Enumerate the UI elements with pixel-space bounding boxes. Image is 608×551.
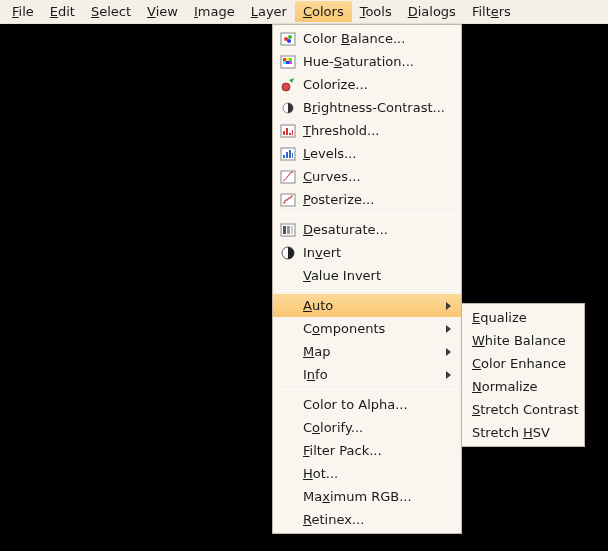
svg-point-3 — [287, 39, 291, 43]
menu-item-label: Retinex... — [303, 512, 451, 527]
menu-item-label: Invert — [303, 245, 451, 260]
menu-item-curves[interactable]: Curves... — [273, 165, 461, 188]
svg-rect-9 — [286, 61, 289, 64]
menu-item-label: Hue-Saturation... — [303, 54, 451, 69]
menu-item-label: Brightness-Contrast... — [303, 100, 451, 115]
svg-rect-14 — [283, 131, 285, 135]
menubar: FileEditSelectViewImageLayerColorsToolsD… — [0, 0, 608, 24]
menu-item-colorize[interactable]: Colorize... — [273, 73, 461, 96]
menu-item-posterize[interactable]: Posterize... — [273, 188, 461, 211]
menu-item-invert[interactable]: Invert — [273, 241, 461, 264]
menu-item-value-invert[interactable]: Value Invert — [273, 264, 461, 287]
submenu-arrow-icon — [446, 371, 451, 379]
svg-rect-16 — [289, 133, 291, 135]
posterize-icon — [279, 191, 297, 209]
menu-item-label: Equalize — [472, 310, 574, 325]
svg-rect-28 — [291, 226, 293, 234]
curves-icon — [279, 168, 297, 186]
menu-item-label: Hot... — [303, 466, 451, 481]
menu-item-desaturate[interactable]: Desaturate... — [273, 218, 461, 241]
menu-item-label: Color to Alpha... — [303, 397, 451, 412]
menu-item-color-enhance[interactable]: Color Enhance — [462, 352, 584, 375]
submenu-arrow-icon — [446, 325, 451, 333]
menubar-item-layer[interactable]: Layer — [243, 1, 295, 22]
svg-point-11 — [282, 83, 290, 91]
menubar-item-image[interactable]: Image — [186, 1, 243, 22]
submenu-arrow-icon — [446, 302, 451, 310]
svg-rect-10 — [289, 61, 292, 64]
menu-item-label: Stretch HSV — [472, 425, 574, 440]
menu-item-equalize[interactable]: Equalize — [462, 306, 584, 329]
menu-item-maximum-rgb[interactable]: Maximum RGB... — [273, 485, 461, 508]
menu-item-label: Curves... — [303, 169, 451, 184]
menu-item-map[interactable]: Map — [273, 340, 461, 363]
svg-rect-7 — [289, 58, 292, 61]
bright-contrast-icon — [279, 99, 297, 117]
menubar-item-select[interactable]: Select — [83, 1, 139, 22]
svg-rect-15 — [286, 128, 288, 135]
menu-item-label: White Balance — [472, 333, 574, 348]
auto-submenu: EqualizeWhite BalanceColor EnhanceNormal… — [461, 303, 585, 447]
menu-item-colorify[interactable]: Colorify... — [273, 416, 461, 439]
invert-icon — [279, 244, 297, 262]
menu-item-auto[interactable]: Auto — [273, 294, 461, 317]
svg-rect-22 — [292, 153, 293, 158]
svg-rect-5 — [283, 58, 286, 61]
menu-item-label: Map — [303, 344, 446, 359]
menu-item-label: Posterize... — [303, 192, 451, 207]
menubar-item-tools[interactable]: Tools — [352, 1, 400, 22]
menubar-item-edit[interactable]: Edit — [42, 1, 83, 22]
color-balance-icon — [279, 30, 297, 48]
menu-item-label: Info — [303, 367, 446, 382]
threshold-icon — [279, 122, 297, 140]
menu-separator — [277, 290, 457, 291]
menu-item-normalize[interactable]: Normalize — [462, 375, 584, 398]
menu-item-label: Value Invert — [303, 268, 451, 283]
menu-item-label: Colorize... — [303, 77, 451, 92]
svg-rect-26 — [283, 226, 286, 234]
menu-separator — [277, 389, 457, 390]
menubar-item-view[interactable]: View — [139, 1, 186, 22]
menu-item-levels[interactable]: Levels... — [273, 142, 461, 165]
menu-item-brightness-contrast[interactable]: Brightness-Contrast... — [273, 96, 461, 119]
svg-rect-17 — [292, 130, 293, 135]
colors-dropdown: Color Balance...Hue-Saturation...Coloriz… — [272, 24, 462, 534]
menu-item-label: Filter Pack... — [303, 443, 451, 458]
menubar-item-file[interactable]: File — [4, 1, 42, 22]
svg-rect-19 — [283, 155, 285, 158]
svg-rect-21 — [289, 150, 291, 158]
menu-item-label: Normalize — [472, 379, 574, 394]
menu-item-hue-saturation[interactable]: Hue-Saturation... — [273, 50, 461, 73]
menu-item-label: Auto — [303, 298, 446, 313]
menu-item-label: Components — [303, 321, 446, 336]
menu-item-info[interactable]: Info — [273, 363, 461, 386]
menu-item-white-balance[interactable]: White Balance — [462, 329, 584, 352]
menu-item-filter-pack[interactable]: Filter Pack... — [273, 439, 461, 462]
svg-rect-6 — [286, 58, 289, 61]
menu-item-label: Maximum RGB... — [303, 489, 451, 504]
menu-item-label: Threshold... — [303, 123, 451, 138]
menubar-item-colors[interactable]: Colors — [295, 1, 352, 22]
menu-item-label: Colorify... — [303, 420, 451, 435]
menu-item-label: Stretch Contrast — [472, 402, 579, 417]
menu-item-stretch-contrast[interactable]: Stretch Contrast — [462, 398, 584, 421]
menu-item-hot[interactable]: Hot... — [273, 462, 461, 485]
menu-item-color-to-alpha[interactable]: Color to Alpha... — [273, 393, 461, 416]
menu-item-retinex[interactable]: Retinex... — [273, 508, 461, 531]
menu-item-label: Color Balance... — [303, 31, 451, 46]
menu-item-stretch-hsv[interactable]: Stretch HSV — [462, 421, 584, 444]
svg-rect-8 — [283, 61, 286, 64]
menubar-item-filters[interactable]: Filters — [464, 1, 519, 22]
menu-item-threshold[interactable]: Threshold... — [273, 119, 461, 142]
submenu-arrow-icon — [446, 348, 451, 356]
menubar-item-dialogs[interactable]: Dialogs — [400, 1, 464, 22]
desaturate-icon — [279, 221, 297, 239]
svg-point-2 — [288, 35, 292, 39]
menu-item-color-balance[interactable]: Color Balance... — [273, 27, 461, 50]
menu-item-label: Levels... — [303, 146, 451, 161]
svg-rect-27 — [287, 226, 290, 234]
levels-icon — [279, 145, 297, 163]
menu-item-components[interactable]: Components — [273, 317, 461, 340]
menu-item-label: Color Enhance — [472, 356, 574, 371]
svg-rect-20 — [286, 152, 288, 158]
